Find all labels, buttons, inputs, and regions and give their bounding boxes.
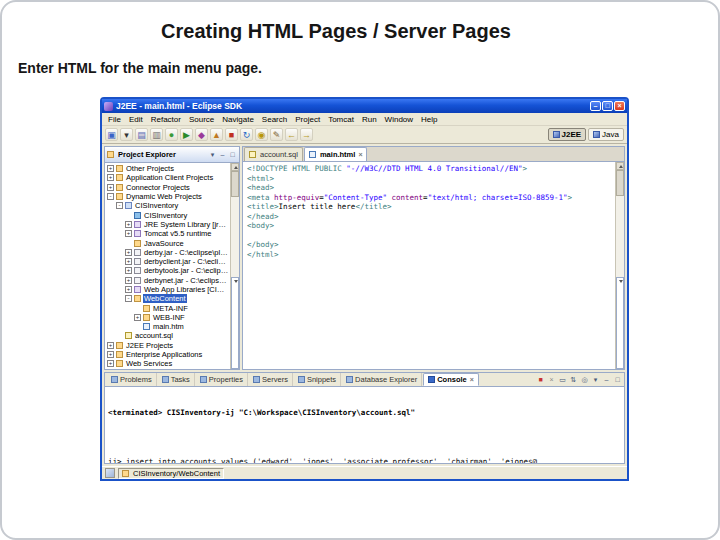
tree-toggle-icon[interactable]: + — [125, 258, 132, 265]
tree-toggle-icon[interactable]: + — [107, 165, 114, 172]
annotation-icon[interactable]: ✎ — [270, 128, 283, 141]
maximize-button[interactable]: □ — [602, 101, 613, 111]
tree-toggle-icon[interactable]: + — [107, 360, 114, 367]
tree-item[interactable]: + derbyclient.jar - C:\eclipse\plugins..… — [105, 257, 230, 266]
tab-servers[interactable]: Servers — [249, 373, 293, 386]
tree-toggle-icon[interactable] — [125, 240, 132, 247]
editor-code[interactable]: <!DOCTYPE HTML PUBLIC "-//W3C//DTD HTML … — [243, 162, 615, 369]
tree-item[interactable]: + Tomcat v5.5 runtime — [105, 229, 230, 238]
tree-item[interactable]: META-INF — [105, 303, 230, 312]
tree-item[interactable]: + JRE System Library [jre1.5.0_06] — [105, 220, 230, 229]
tree-item[interactable]: JavaSource — [105, 238, 230, 247]
new-dropdown-icon[interactable]: ▾ — [120, 128, 133, 141]
tree-toggle-icon[interactable]: + — [107, 184, 114, 191]
tree-toggle-icon[interactable]: + — [125, 277, 132, 284]
tree-toggle-icon[interactable]: + — [107, 342, 114, 349]
tree-item[interactable]: + Application Client Projects — [105, 173, 230, 182]
tomcat-restart-icon[interactable]: ↻ — [240, 128, 253, 141]
tab-close-icon[interactable]: × — [358, 151, 362, 158]
maximize-view-icon[interactable]: □ — [228, 150, 237, 159]
terminate-icon[interactable]: ■ — [536, 375, 545, 384]
tab-properties[interactable]: Properties — [196, 373, 248, 386]
print-icon[interactable]: ▥ — [150, 128, 163, 141]
explorer-scrollbar[interactable] — [230, 163, 239, 369]
scroll-thumb[interactable] — [616, 170, 624, 196]
tree-toggle-icon[interactable]: - — [116, 202, 123, 209]
tree-toggle-icon[interactable]: + — [107, 351, 114, 358]
tab-snippets[interactable]: Snippets — [294, 373, 341, 386]
pin-console-icon[interactable]: ◎ — [580, 375, 589, 384]
scroll-up-icon[interactable] — [231, 163, 239, 171]
menu-item[interactable]: Search — [258, 115, 291, 124]
tomcat-stop-icon[interactable]: ■ — [225, 128, 238, 141]
tree-item[interactable]: main.htm — [105, 322, 230, 331]
tomcat-start-icon[interactable]: ▲ — [210, 128, 223, 141]
tree-item[interactable]: + derbytools.jar - C:\eclipse\plugins... — [105, 266, 230, 275]
minimize-view-icon[interactable]: – — [218, 150, 227, 159]
minimize-view-icon[interactable]: – — [602, 375, 611, 384]
perspective-j2ee-button[interactable]: J2EE — [548, 128, 587, 141]
window-titlebar[interactable]: J2EE - main.html - Eclipse SDK – □ × — [102, 99, 627, 113]
tree-toggle-icon[interactable]: - — [125, 295, 132, 302]
close-button[interactable]: × — [614, 101, 625, 111]
perspective-java-button[interactable]: Java — [588, 128, 624, 141]
clear-console-icon[interactable]: ▭ — [558, 375, 567, 384]
scroll-down-icon[interactable] — [616, 277, 624, 369]
project-explorer-tab[interactable]: Project Explorer — [107, 150, 208, 159]
run-icon[interactable]: ▶ — [180, 128, 193, 141]
tree-toggle-icon[interactable]: + — [125, 230, 132, 237]
tree-toggle-icon[interactable] — [134, 305, 141, 312]
tree-item[interactable]: CISInventory — [105, 210, 230, 219]
editor-tab-account-sql[interactable]: account.sql — [244, 147, 303, 161]
scroll-up-icon[interactable] — [616, 162, 624, 170]
menu-item[interactable]: Source — [185, 115, 218, 124]
tree-item[interactable]: + Web Services — [105, 359, 230, 368]
tree-item[interactable]: + Other Projects — [105, 164, 230, 173]
forward-icon[interactable]: → — [300, 128, 313, 141]
menu-item[interactable]: File — [104, 115, 125, 124]
view-menu-icon[interactable]: ▾ — [591, 375, 600, 384]
menu-item[interactable]: Refactor — [147, 115, 185, 124]
tree-item[interactable]: + derby.jar - C:\eclipse\plugins\org... — [105, 248, 230, 257]
scroll-lock-icon[interactable]: ⇅ — [569, 375, 578, 384]
menu-item[interactable]: Edit — [125, 115, 147, 124]
debug-icon[interactable]: ● — [165, 128, 178, 141]
tab-tasks[interactable]: Tasks — [158, 373, 195, 386]
tab-problems[interactable]: Problems — [107, 373, 157, 386]
maximize-view-icon[interactable]: □ — [613, 375, 622, 384]
tab-database-explorer[interactable]: Database Explorer — [342, 373, 422, 386]
tree-toggle-icon[interactable]: + — [125, 267, 132, 274]
tree-item[interactable]: account.sql — [105, 331, 230, 340]
menu-item[interactable]: Window — [381, 115, 417, 124]
menu-item[interactable]: Run — [358, 115, 381, 124]
tree-toggle-icon[interactable]: + — [125, 249, 132, 256]
tree-toggle-icon[interactable]: + — [107, 174, 114, 181]
tree-item[interactable]: - WebContent — [105, 294, 230, 303]
tree-item[interactable]: + WEB-INF — [105, 313, 230, 322]
tree-toggle-icon[interactable]: + — [134, 314, 141, 321]
tree-item[interactable]: + Enterprise Applications — [105, 350, 230, 359]
menu-item[interactable]: Navigate — [218, 115, 258, 124]
menu-item[interactable]: Tomcat — [324, 115, 358, 124]
tree-item[interactable]: + derbynet.jar - C:\eclipse\plugins\org.… — [105, 276, 230, 285]
tree-item[interactable]: - Dynamic Web Projects — [105, 192, 230, 201]
tab-close-icon[interactable]: × — [470, 376, 474, 383]
remove-launch-icon[interactable]: × — [547, 375, 556, 384]
tree-toggle-icon[interactable] — [116, 332, 123, 339]
view-menu-icon[interactable]: ▾ — [208, 150, 217, 159]
fast-view-icon[interactable] — [105, 468, 115, 478]
scroll-thumb[interactable] — [231, 171, 239, 197]
back-icon[interactable]: ← — [285, 128, 298, 141]
tree-item[interactable]: - CISInventory — [105, 201, 230, 210]
tree-item[interactable]: + Connector Projects — [105, 183, 230, 192]
console-view[interactable]: <terminated> CISInventory-ij "C:\Workspa… — [105, 387, 624, 463]
editor-scrollbar[interactable] — [615, 162, 624, 369]
tree-toggle-icon[interactable]: + — [125, 286, 132, 293]
minimize-button[interactable]: – — [590, 101, 601, 111]
external-tools-icon[interactable]: ◆ — [195, 128, 208, 141]
tree-toggle-icon[interactable]: + — [125, 221, 132, 228]
search-icon[interactable]: ◉ — [255, 128, 268, 141]
new-wizard-icon[interactable]: ▣ — [105, 128, 118, 141]
menu-item[interactable]: Project — [291, 115, 324, 124]
project-tree[interactable]: + Other Projects + Application Client Pr… — [105, 163, 230, 369]
